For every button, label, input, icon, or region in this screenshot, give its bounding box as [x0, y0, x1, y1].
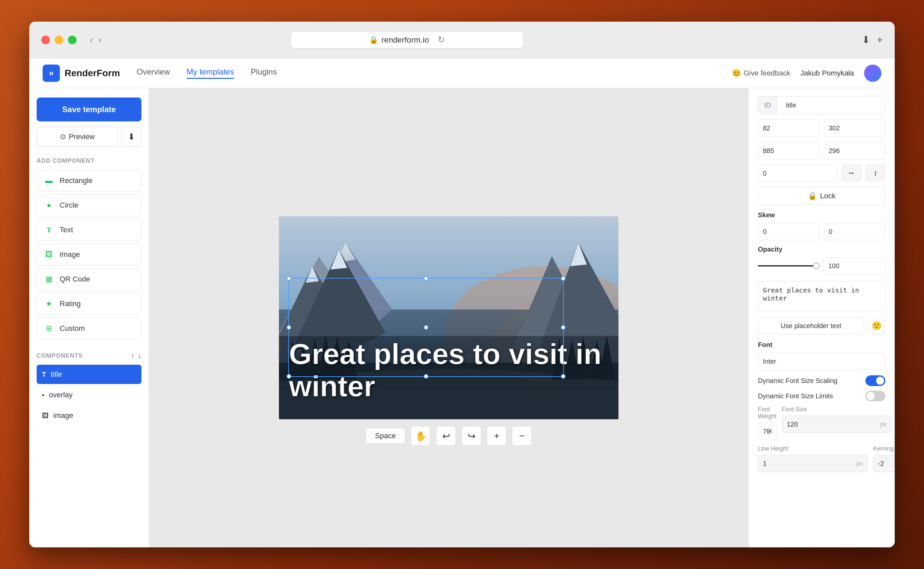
line-height-kerning-row: Line Height px Kerning em	[758, 445, 885, 472]
download-icon[interactable]: ⬇	[862, 34, 870, 46]
main-layout: Save template ⊙ Preview ⬇ ADD COMPONENT …	[29, 88, 895, 548]
zoom-in-button[interactable]: +	[487, 426, 507, 446]
add-text[interactable]: T Text	[37, 219, 142, 241]
close-button[interactable]	[41, 36, 50, 44]
nav-overview[interactable]: Overview	[137, 67, 170, 79]
flip-h-button[interactable]: ↔	[842, 165, 862, 181]
placeholder-row: Use placeholder text 🙂	[758, 317, 885, 335]
rotation-row: ° ↔ ↕	[758, 165, 885, 182]
new-tab-button[interactable]: +	[877, 34, 883, 46]
dynamic-font-limits-toggle[interactable]	[865, 391, 885, 401]
forward-button[interactable]: ›	[98, 35, 101, 45]
url-text: renderform.io	[381, 35, 429, 44]
layer-title-label: title	[50, 370, 62, 379]
undo-button[interactable]: ↩	[436, 426, 456, 446]
canvas-image: Great places to visit in winter	[279, 216, 618, 419]
font-label: Font	[758, 341, 885, 349]
back-button[interactable]: ‹	[90, 35, 93, 45]
font-size-input-group: px	[782, 415, 892, 433]
sidebar: Save template ⊙ Preview ⬇ ADD COMPONENT …	[29, 88, 149, 548]
hand-tool[interactable]: ✋	[411, 426, 431, 446]
id-input[interactable]	[781, 96, 885, 114]
use-placeholder-button[interactable]: Use placeholder text	[758, 317, 864, 335]
rotation-group: °	[758, 165, 837, 182]
h-input[interactable]	[824, 142, 886, 159]
canvas-text[interactable]: Great places to visit in winter	[289, 338, 609, 403]
move-up-button[interactable]: ↑	[131, 351, 134, 360]
layer-image-icon: 🖼	[42, 412, 49, 420]
nav-my-templates[interactable]: My templates	[187, 67, 234, 79]
bottom-toolbar: Space ✋ ↩ ↪ + −	[365, 426, 532, 446]
circle-label: Circle	[59, 201, 78, 210]
line-height-input[interactable]	[758, 455, 852, 472]
id-label: ID	[758, 96, 777, 114]
address-bar[interactable]: 🔒 renderform.io ↻	[291, 31, 524, 49]
y-group: Y	[824, 119, 886, 137]
x-input[interactable]	[758, 120, 820, 137]
skew-y-group: Y	[824, 223, 886, 240]
nav-plugins[interactable]: Plugins	[251, 67, 277, 79]
layer-title[interactable]: T title	[37, 365, 142, 384]
text-content-input[interactable]: Great places to visit in winter	[758, 281, 885, 311]
add-custom[interactable]: ⊞ Custom	[37, 318, 142, 339]
zoom-out-button[interactable]: −	[512, 426, 532, 446]
add-circle[interactable]: ● Circle	[37, 194, 142, 216]
preview-row: ⊙ Preview ⬇	[37, 127, 142, 147]
redo-button[interactable]: ↪	[461, 426, 481, 446]
add-qrcode[interactable]: ▦ QR Code	[37, 268, 142, 290]
skew-label: Skew	[758, 211, 885, 219]
dynamic-font-scaling-row: Dynamic Font Size Scaling	[758, 375, 885, 386]
opacity-input[interactable]	[824, 257, 886, 274]
layer-overlay[interactable]: ▪ overlay	[37, 385, 142, 405]
rotation-input[interactable]	[758, 165, 837, 182]
custom-icon: ⊞	[44, 323, 54, 334]
download-button[interactable]: ⬇	[122, 127, 142, 147]
skew-x-input[interactable]	[758, 223, 820, 240]
flip-v-button[interactable]: ↕	[865, 165, 885, 181]
preview-label: Preview	[69, 132, 94, 141]
opacity-label: Opacity	[758, 246, 885, 253]
save-template-button[interactable]: Save template	[37, 97, 142, 122]
emoji-button[interactable]: 🙂	[868, 317, 885, 335]
skew-row: X Y	[758, 223, 885, 240]
space-label[interactable]: Space	[365, 428, 405, 444]
font-input[interactable]	[758, 353, 885, 370]
font-weight-select[interactable]: 700 400 300	[758, 423, 776, 440]
logo-area: » RenderForm	[43, 65, 120, 82]
preview-icon: ⊙	[60, 132, 66, 141]
browser-nav: ‹ ›	[90, 35, 102, 45]
reload-button[interactable]: ↻	[438, 35, 445, 45]
lock-icon: 🔒	[369, 36, 378, 44]
preview-button[interactable]: ⊙ Preview	[37, 127, 118, 147]
layer-image[interactable]: 🖼 image	[37, 406, 142, 425]
minimize-button[interactable]	[55, 36, 63, 44]
feedback-label: Give feedback	[744, 69, 790, 78]
add-rectangle[interactable]: ▬ Rectangle	[37, 170, 142, 192]
opacity-slider[interactable]	[758, 265, 819, 266]
y-input[interactable]	[824, 120, 886, 137]
kerning-label: Kerning	[873, 445, 895, 452]
add-image[interactable]: 🖼 Image	[37, 243, 142, 266]
move-down-button[interactable]: ↓	[138, 351, 142, 360]
skew-y-input[interactable]	[824, 223, 886, 240]
dynamic-font-scaling-label: Dynamic Font Size Scaling	[758, 377, 837, 385]
qr-label: QR Code	[59, 275, 90, 283]
canvas-area[interactable]: Great places to visit in winter	[149, 88, 748, 548]
w-input[interactable]	[758, 142, 820, 159]
image-label: Image	[59, 250, 80, 259]
line-height-input-group: px	[758, 455, 868, 472]
add-component-label: ADD COMPONENT	[37, 157, 142, 164]
feedback-icon: 😊	[732, 69, 741, 78]
xy-row: X Y	[758, 119, 885, 137]
dynamic-font-scaling-toggle[interactable]	[865, 375, 885, 386]
kerning-input[interactable]	[874, 455, 895, 472]
rating-icon: ★	[44, 298, 54, 309]
fullscreen-button[interactable]	[68, 36, 76, 44]
add-rating[interactable]: ★ Rating	[37, 293, 142, 315]
font-size-input[interactable]	[782, 416, 876, 432]
feedback-button[interactable]: 😊 Give feedback	[732, 69, 790, 78]
slider-thumb[interactable]	[813, 263, 819, 269]
font-size-group: Font Size px	[782, 406, 892, 440]
lock-button[interactable]: 🔒 Lock	[758, 187, 885, 205]
text-icon: T	[44, 225, 54, 235]
